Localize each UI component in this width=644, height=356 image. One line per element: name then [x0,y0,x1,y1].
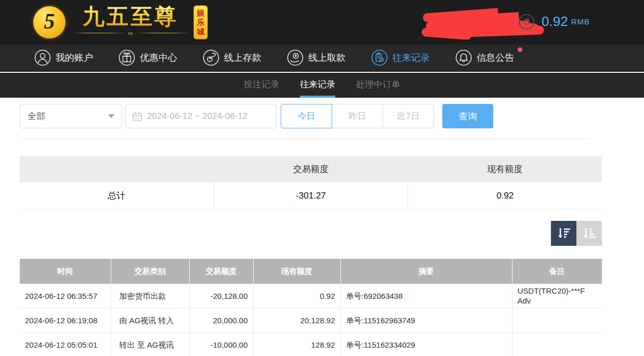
transactions-table: 时间 交易类别 交易额度 现有额度 摘要 备注 2024-06-12 06:35… [20,259,602,356]
summary-trade-amount: -301.27 [214,182,409,209]
table-row: 2024-06-12 06:19:08 由 AG视讯 转入 20,000.00 … [20,308,602,333]
cell-type: 由 AG视讯 转入 [111,308,189,333]
gift-icon [119,49,135,66]
sort-ascending-icon [582,226,597,241]
logo-monogram-icon: 5 [33,6,65,38]
table-header-row: 时间 交易类别 交易额度 现有额度 摘要 备注 [20,259,602,284]
top-header: 5 九五至尊 ∞ 娱 乐 城 [0,0,644,45]
brand-name: 九五至尊 [83,4,178,29]
summary-total-label: 总计 [20,182,214,209]
sort-ascending-button[interactable] [576,221,602,246]
balance-amount: 0.92 [542,14,568,30]
nav-item-deposit[interactable]: 线上存款 [203,49,261,66]
filter-bar: 全部 2024-06-12 ~ 2024-06-12 今日 昨日 近7日 查询 [20,104,493,128]
refresh-balance-icon[interactable] [519,14,534,30]
balance-currency: RMB [571,17,590,26]
cell-time: 2024-06-12 06:35:57 [20,284,111,308]
date-range-picker[interactable]: 2024-06-12 ~ 2024-06-12 [125,104,277,128]
quick-range-group: 今日 昨日 近7日 [281,104,434,128]
nav-item-withdraw[interactable]: 线上取款 [287,49,346,66]
sort-descending-button[interactable] [551,221,576,246]
logo-flourish: ∞ [71,29,190,36]
quick-range-today[interactable]: 今日 [281,104,332,128]
tab-pending-orders[interactable]: 处理中订单 [356,73,400,98]
summary-header-trade-amount: 交易额度 [214,156,408,182]
nav-label: 往来记录 [392,51,430,64]
nav-label: 线上取款 [308,51,346,64]
tab-bet-records[interactable]: 投注记录 [244,73,279,98]
summary-header-current-balance: 现有额度 [408,156,602,182]
summary-total-row: 总计 -301.27 0.92 [20,182,602,209]
col-header-balance: 现有额度 [253,259,340,284]
nav-item-my-account[interactable]: 我的账户 [34,49,93,66]
table-row: 2024-06-12 06:35:57 加密货币出款 -20,128.00 0.… [20,284,602,308]
cell-summary: 单号:692063438 [340,284,512,308]
main-nav: 我的账户 优惠中心 线上存款 线上取款 [0,45,644,72]
notification-dot [518,47,522,52]
nav-item-transaction-records[interactable]: 往来记录 [371,49,430,66]
col-header-summary: 摘要 [340,259,512,284]
records-icon [371,49,388,66]
col-header-type: 交易类别 [111,259,189,284]
table-row: 2024-06-12 05:05:01 转出 至 AG视讯 -10,000.00… [20,333,602,356]
record-subtabs: 投注记录 往来记录 处理中订单 [0,73,644,98]
divider [20,139,589,139]
sort-descending-icon [556,226,572,241]
user-icon [34,49,51,66]
cell-remark [512,308,602,333]
cell-summary: 单号:115162334029 [340,333,512,356]
cell-balance: 0.92 [253,284,340,308]
tab-transaction-records[interactable]: 往来记录 [300,73,335,98]
nav-label: 线上存款 [224,51,261,64]
cell-balance: 20,128.92 [253,308,340,333]
cell-summary: 单号:115162963749 [340,308,512,333]
bell-icon [455,49,472,66]
nav-label: 信息公告 [477,51,514,64]
cell-remark: USDT(TRC20)-***F Adv [512,284,602,308]
type-select-value: 全部 [28,110,108,122]
calendar-icon [132,111,142,122]
nav-label: 我的账户 [56,51,93,64]
summary-header-row: 交易额度 现有额度 [20,156,602,182]
nav-label: 优惠中心 [140,51,177,64]
brand-logo[interactable]: 5 九五至尊 ∞ 娱 乐 城 [33,4,208,39]
deposit-icon [203,49,219,66]
search-button[interactable]: 查询 [442,104,493,128]
summary-table: 交易额度 现有额度 总计 -301.27 0.92 [20,156,602,209]
cell-balance: 128.92 [253,333,340,356]
col-header-time: 时间 [20,259,111,284]
cell-time: 2024-06-12 05:05:01 [20,333,111,356]
nav-item-promotions[interactable]: 优惠中心 [119,49,177,66]
balance-display: 0.92 RMB [519,14,590,30]
chevron-down-icon [108,114,114,118]
nav-item-announcements[interactable]: 信息公告 [455,49,514,66]
cell-type: 加密货币出款 [111,284,189,308]
cell-amount: 20,000.00 [189,308,253,333]
cell-time: 2024-06-12 06:19:08 [20,308,111,333]
summary-current-balance: 0.92 [408,182,602,209]
type-select[interactable]: 全部 [20,104,122,128]
page: 5 九五至尊 ∞ 娱 乐 城 [0,0,644,356]
summary-header-empty [20,156,214,182]
quick-range-7days[interactable]: 近7日 [383,104,434,128]
quick-range-yesterday[interactable]: 昨日 [332,104,383,128]
col-header-amount: 交易额度 [189,259,253,284]
sort-controls [551,221,602,246]
cell-amount: -10,000.00 [189,333,253,356]
withdraw-icon [287,49,304,66]
col-header-remark: 备注 [512,259,602,284]
cell-amount: -20,128.00 [189,284,253,308]
date-range-value: 2024-06-12 ~ 2024-06-12 [147,111,247,122]
cell-type: 转出 至 AG视讯 [111,333,189,356]
cell-remark [512,333,602,356]
brand-badge: 娱 乐 城 [193,5,208,39]
